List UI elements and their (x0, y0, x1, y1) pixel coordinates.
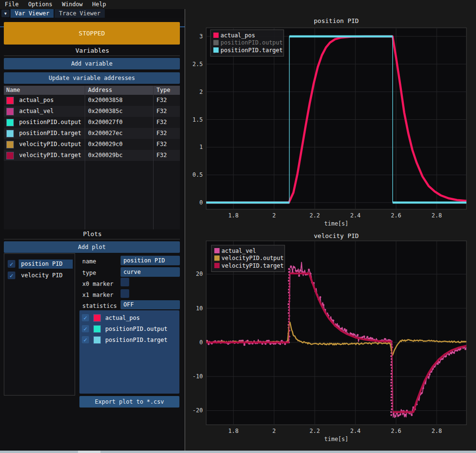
add-variable-button[interactable]: Add variable (4, 58, 180, 69)
legend-swatch[interactable] (213, 40, 219, 45)
tab-trace-viewer[interactable]: Trace Viewer (55, 9, 105, 18)
legend-swatch[interactable] (213, 33, 219, 38)
variable-color-swatch[interactable] (6, 152, 14, 159)
menu-file[interactable]: File (0, 0, 23, 9)
variable-type: F32 (153, 117, 180, 128)
variable-address: 0x20003858 (85, 95, 153, 106)
plot-list-label[interactable]: velocity PID (19, 271, 73, 280)
series-marker (438, 362, 440, 363)
plot-series-item[interactable]: ✓actual_pos (79, 312, 179, 323)
plot-series-item[interactable]: ✓positionPID.target (79, 334, 179, 345)
series-color-swatch (93, 314, 101, 322)
update-variable-addresses-button[interactable]: Update variable addresses (4, 72, 180, 84)
variable-color-swatch[interactable] (6, 119, 14, 126)
export-csv-button[interactable]: Export plot to *.csv (79, 396, 179, 408)
x-tick-label: 2.8 (432, 428, 442, 434)
series-marker (297, 270, 299, 272)
variable-color-swatch[interactable] (6, 141, 14, 148)
column-header-address[interactable]: Address (85, 86, 153, 95)
plot-type-label: type (82, 268, 96, 278)
series-marker (437, 363, 439, 365)
legend-label[interactable]: actual_vel (221, 248, 256, 254)
series-marker (288, 268, 290, 270)
legend-label[interactable]: velocityPID.output (221, 255, 284, 261)
series-marker (298, 275, 300, 277)
legend-label[interactable]: velocityPID.target (221, 262, 284, 269)
y-tick-label: 2 (199, 89, 203, 95)
legend-label[interactable]: actual_pos (221, 32, 255, 39)
plot-list: ✓position PID✓velocity PID (4, 253, 75, 396)
scrollbar-thumb[interactable] (78, 451, 100, 453)
x-axis-label: time[s] (324, 436, 349, 442)
series-marker (448, 353, 450, 355)
chart-title: velocity PID (314, 232, 359, 239)
add-plot-button[interactable]: Add plot (4, 241, 180, 253)
variables-table: Name Address Type actual_pos0x20003858F3… (4, 86, 180, 229)
x-tick-label: 2.4 (350, 428, 361, 434)
series-marker (391, 408, 393, 410)
variable-address: 0x2000385c (85, 106, 153, 117)
plot-series-item[interactable]: ✓positionPID.output (79, 323, 179, 334)
plot-visible-checkbox[interactable]: ✓ (8, 260, 15, 268)
position-pid-chart[interactable]: 1.822.22.42.62.800.511.522.53position PI… (187, 13, 476, 229)
variable-color-swatch[interactable] (6, 108, 14, 115)
series-marker (399, 414, 401, 416)
variable-color-swatch[interactable] (6, 97, 14, 104)
horizontal-scrollbar[interactable] (0, 451, 476, 453)
legend-swatch[interactable] (214, 256, 220, 261)
x1-marker-checkbox[interactable] (121, 289, 129, 298)
series-marker (411, 414, 413, 416)
variable-address: 0x200029bc (85, 150, 153, 161)
x0-marker-label: x0 marker (82, 279, 113, 289)
plot-type-select[interactable]: curve (121, 267, 180, 277)
y-tick-label: 1 (199, 144, 203, 150)
variable-type: F32 (153, 150, 180, 161)
column-header-name[interactable]: Name (4, 86, 85, 95)
plot-legend[interactable]: actual_pospositionPID.outputpositionPID.… (210, 30, 284, 57)
acquisition-stop-button[interactable]: STOPPED (4, 22, 180, 45)
series-visible-checkbox[interactable]: ✓ (82, 336, 89, 343)
plot-legend[interactable]: actual_velvelocityPID.outputvelocityPID.… (211, 245, 285, 272)
series-marker (390, 414, 392, 416)
variable-address: 0x200029c0 (85, 139, 153, 150)
column-separator (153, 86, 154, 229)
menu-window[interactable]: Window (57, 0, 87, 9)
variable-name-cell: actual_vel (4, 106, 85, 117)
variable-address: 0x200027ec (85, 128, 153, 139)
y-tick-label: 0 (199, 199, 203, 206)
legend-swatch[interactable] (214, 263, 220, 268)
variable-name-cell: actual_pos (4, 95, 85, 106)
plot-list-label[interactable]: position PID (19, 260, 73, 269)
series-marker (208, 343, 210, 345)
plot-list-item[interactable]: ✓position PID (4, 258, 75, 270)
legend-swatch[interactable] (214, 248, 220, 253)
plots-header: Plots (0, 230, 185, 238)
series-marker (354, 334, 355, 336)
plot-visible-checkbox[interactable]: ✓ (8, 272, 15, 279)
plot-name-input[interactable]: position PID (121, 256, 180, 265)
tab-var-viewer[interactable]: Var Viewer (11, 9, 54, 18)
tab-list-button[interactable]: ▼ (1, 10, 10, 17)
menu-options[interactable]: Options (23, 0, 57, 9)
variable-type: F32 (153, 139, 180, 150)
series-marker (290, 265, 292, 267)
x-tick-label: 2.8 (432, 212, 442, 219)
menu-help[interactable]: Help (88, 0, 111, 9)
y-tick-label: 10 (196, 305, 203, 312)
series-visible-checkbox[interactable]: ✓ (82, 325, 89, 332)
y-tick-label: 1.5 (192, 116, 203, 123)
legend-label[interactable]: positionPID.output (221, 39, 283, 46)
legend-label[interactable]: positionPID.target (221, 47, 283, 54)
x-tick-label: 1.8 (228, 428, 239, 434)
y-tick-label: 3 (199, 33, 203, 40)
series-marker (390, 382, 392, 384)
x0-marker-checkbox[interactable] (121, 278, 129, 286)
column-header-type[interactable]: Type (153, 86, 180, 95)
legend-swatch[interactable] (213, 47, 219, 53)
statistics-toggle[interactable]: OFF (121, 300, 180, 309)
variable-address: 0x200027f0 (85, 117, 153, 128)
variable-color-swatch[interactable] (6, 130, 14, 137)
velocity-pid-chart[interactable]: 1.822.22.42.62.820100-10-20velocity PIDt… (187, 229, 476, 450)
plot-list-item[interactable]: ✓velocity PID (4, 270, 75, 281)
series-visible-checkbox[interactable]: ✓ (82, 314, 89, 321)
